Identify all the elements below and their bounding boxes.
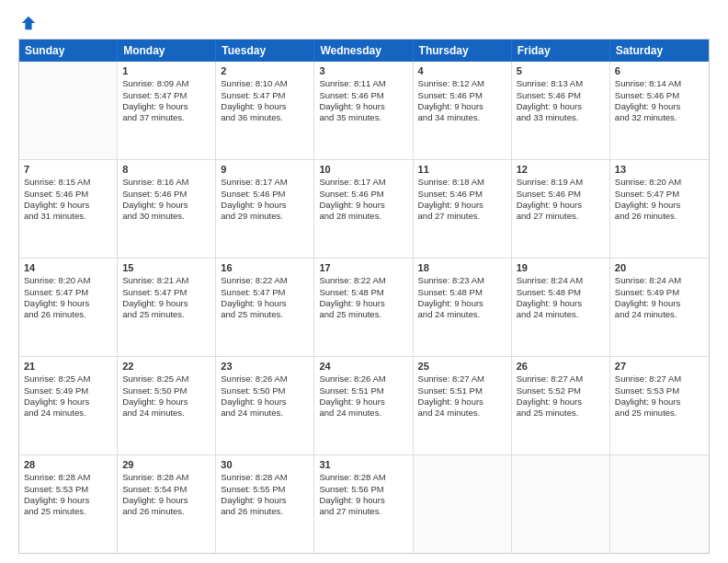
calendar-cell: 28Sunrise: 8:28 AMSunset: 5:53 PMDayligh… <box>19 455 118 553</box>
cell-info-line: and 29 minutes. <box>221 211 309 222</box>
day-number: 22 <box>122 360 210 373</box>
cell-info-line: Daylight: 9 hours <box>517 101 605 112</box>
calendar-cell: 18Sunrise: 8:23 AMSunset: 5:48 PMDayligh… <box>414 259 512 356</box>
cell-info-line: Sunset: 5:49 PM <box>615 287 704 298</box>
calendar-cell <box>19 62 118 159</box>
cell-info-line: Daylight: 9 hours <box>418 101 506 112</box>
cell-info-line: Sunset: 5:48 PM <box>517 287 605 298</box>
day-number: 9 <box>221 163 309 176</box>
cell-info-line: Sunrise: 8:24 AM <box>517 275 605 286</box>
cell-info-line: and 28 minutes. <box>319 211 407 222</box>
cell-info-line: Daylight: 9 hours <box>122 396 210 408</box>
cell-info-line: Sunrise: 8:10 AM <box>221 78 309 89</box>
calendar-cell: 13Sunrise: 8:20 AMSunset: 5:47 PMDayligh… <box>610 160 709 258</box>
cell-info-line: Daylight: 9 hours <box>221 298 309 309</box>
cell-info-line: Sunset: 5:46 PM <box>517 189 605 200</box>
day-number: 6 <box>615 64 704 77</box>
header-day-friday: Friday <box>512 40 610 62</box>
cell-info-line: Daylight: 9 hours <box>418 298 506 309</box>
cell-info-line: Sunrise: 8:28 AM <box>24 472 112 483</box>
cell-info-line: and 25 minutes. <box>517 408 605 419</box>
calendar-cell: 16Sunrise: 8:22 AMSunset: 5:47 PMDayligh… <box>216 259 314 356</box>
cell-info-line: Daylight: 9 hours <box>418 200 506 211</box>
header-day-saturday: Saturday <box>610 40 709 62</box>
day-number: 29 <box>122 458 210 471</box>
day-number: 7 <box>24 163 112 176</box>
day-number: 14 <box>24 261 112 274</box>
cell-info-line: and 26 minutes. <box>24 309 112 320</box>
calendar-cell: 4Sunrise: 8:12 AMSunset: 5:46 PMDaylight… <box>414 62 512 159</box>
cell-info-line: Sunrise: 8:23 AM <box>418 275 506 286</box>
cell-info-line: and 25 minutes. <box>221 309 309 320</box>
calendar: SundayMondayTuesdayWednesdayThursdayFrid… <box>18 39 710 554</box>
cell-info-line: Sunrise: 8:20 AM <box>615 177 704 188</box>
day-number: 4 <box>418 64 506 77</box>
calendar-cell: 2Sunrise: 8:10 AMSunset: 5:47 PMDaylight… <box>216 62 314 159</box>
cell-info-line: Daylight: 9 hours <box>122 298 210 309</box>
cell-info-line: and 36 minutes. <box>221 112 309 123</box>
calendar-cell: 10Sunrise: 8:17 AMSunset: 5:46 PMDayligh… <box>314 160 413 258</box>
cell-info-line: Sunset: 5:47 PM <box>24 287 112 298</box>
cell-info-line: Sunrise: 8:13 AM <box>517 78 605 89</box>
calendar-cell: 27Sunrise: 8:27 AMSunset: 5:53 PMDayligh… <box>610 357 709 454</box>
cell-info-line: Sunset: 5:46 PM <box>418 189 506 200</box>
cell-info-line: Sunset: 5:53 PM <box>24 484 112 495</box>
day-number: 13 <box>615 163 704 176</box>
calendar-cell: 25Sunrise: 8:27 AMSunset: 5:51 PMDayligh… <box>414 357 512 454</box>
cell-info-line: Sunrise: 8:26 AM <box>319 373 407 385</box>
cell-info-line: Daylight: 9 hours <box>221 101 309 112</box>
cell-info-line: Daylight: 9 hours <box>517 298 605 309</box>
day-number: 27 <box>615 360 704 373</box>
cell-info-line: Sunset: 5:46 PM <box>319 189 407 200</box>
day-number: 18 <box>418 261 506 274</box>
cell-info-line: Sunrise: 8:22 AM <box>221 275 309 286</box>
cell-info-line: Daylight: 9 hours <box>221 495 309 506</box>
cell-info-line: Sunset: 5:46 PM <box>418 90 506 101</box>
cell-info-line: Sunrise: 8:22 AM <box>319 275 407 286</box>
day-number: 10 <box>319 163 407 176</box>
cell-info-line: and 33 minutes. <box>517 112 605 123</box>
cell-info-line: Sunset: 5:47 PM <box>122 287 210 298</box>
calendar-cell: 26Sunrise: 8:27 AMSunset: 5:52 PMDayligh… <box>512 357 610 454</box>
cell-info-line: Daylight: 9 hours <box>122 101 210 112</box>
cell-info-line: and 24 minutes. <box>221 408 309 419</box>
calendar-cell: 29Sunrise: 8:28 AMSunset: 5:54 PMDayligh… <box>118 455 216 553</box>
cell-info-line: Sunset: 5:53 PM <box>615 385 704 396</box>
day-number: 31 <box>319 458 407 471</box>
day-number: 19 <box>517 261 605 274</box>
cell-info-line: and 35 minutes. <box>319 112 407 123</box>
cell-info-line: Daylight: 9 hours <box>517 396 605 408</box>
week-row-2: 7Sunrise: 8:15 AMSunset: 5:46 PMDaylight… <box>19 160 709 259</box>
day-number: 12 <box>517 163 605 176</box>
day-number: 26 <box>517 360 605 373</box>
cell-info-line: Daylight: 9 hours <box>615 101 704 112</box>
day-number: 21 <box>24 360 112 373</box>
header <box>18 15 710 31</box>
calendar-cell: 23Sunrise: 8:26 AMSunset: 5:50 PMDayligh… <box>216 357 314 454</box>
day-number: 25 <box>418 360 506 373</box>
cell-info-line: Sunset: 5:54 PM <box>122 484 210 495</box>
cell-info-line: Sunrise: 8:19 AM <box>517 177 605 188</box>
calendar-cell <box>414 455 512 553</box>
cell-info-line: Sunset: 5:50 PM <box>122 385 210 396</box>
header-day-wednesday: Wednesday <box>314 40 413 62</box>
cell-info-line: Daylight: 9 hours <box>24 200 112 211</box>
cell-info-line: Sunset: 5:50 PM <box>221 385 309 396</box>
header-day-tuesday: Tuesday <box>216 40 314 62</box>
cell-info-line: Sunrise: 8:24 AM <box>615 275 704 286</box>
cell-info-line: Sunrise: 8:26 AM <box>221 373 309 385</box>
cell-info-line: Sunrise: 8:14 AM <box>615 78 704 89</box>
calendar-cell: 19Sunrise: 8:24 AMSunset: 5:48 PMDayligh… <box>512 259 610 356</box>
logo-icon <box>20 15 37 31</box>
week-row-4: 21Sunrise: 8:25 AMSunset: 5:49 PMDayligh… <box>19 357 709 455</box>
cell-info-line: and 37 minutes. <box>122 112 210 123</box>
cell-info-line: Sunset: 5:46 PM <box>319 90 407 101</box>
day-number: 15 <box>122 261 210 274</box>
header-day-sunday: Sunday <box>19 40 118 62</box>
cell-info-line: Sunset: 5:47 PM <box>221 90 309 101</box>
svg-marker-0 <box>22 17 35 29</box>
cell-info-line: Sunset: 5:46 PM <box>122 189 210 200</box>
cell-info-line: Daylight: 9 hours <box>615 298 704 309</box>
cell-info-line: Daylight: 9 hours <box>24 298 112 309</box>
cell-info-line: and 24 minutes. <box>615 309 704 320</box>
